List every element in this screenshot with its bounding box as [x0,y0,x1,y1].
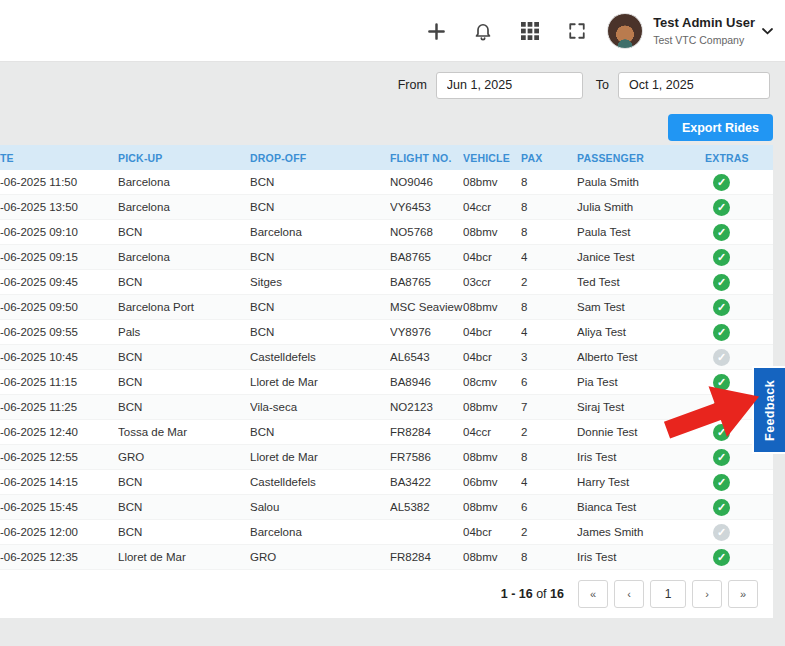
cell-passenger: Janice Test [577,251,705,263]
table-row[interactable]: -06-2025 14:15 BCN Castelldefels BA3422 … [0,470,773,495]
table-row[interactable]: -06-2025 12:55 GRO Lloret de Mar FR7586 … [0,445,773,470]
user-block[interactable]: Test Admin User Test VTC Company [653,15,755,46]
extras-check-icon: ✓ [713,449,730,466]
user-company: Test VTC Company [653,34,755,47]
table-row[interactable]: -06-2025 15:45 BCN Salou AL5382 08bmv 6 … [0,495,773,520]
cell-flight: NO5768 [390,226,463,238]
cell-vehicle: 04bcr [463,526,521,538]
grid-icon[interactable] [520,21,540,41]
cell-vehicle: 04bcr [463,326,521,338]
cell-pickup: Pals [118,326,250,338]
table-row[interactable]: -06-2025 12:40 Tossa de Mar BCN FR8284 0… [0,420,773,445]
column-header-date[interactable]: TE [0,152,118,164]
cell-extras: ✓ [705,524,773,541]
table-row[interactable]: -06-2025 11:25 BCN Vila-seca NO2123 08bm… [0,395,773,420]
extras-check-icon: ✓ [713,299,730,316]
cell-vehicle: 08bmv [463,226,521,238]
table-row[interactable]: -06-2025 13:50 Barcelona BCN VY6453 04cc… [0,195,773,220]
cell-passenger: Julia Smith [577,201,705,213]
table-row[interactable]: -06-2025 09:50 Barcelona Port BCN MSC Se… [0,295,773,320]
cell-dropoff: BCN [250,301,390,313]
cell-pickup: Tossa de Mar [118,426,250,438]
table-row[interactable]: -06-2025 09:45 BCN Sitges BA8765 03ccr 2… [0,270,773,295]
cell-flight: BA3422 [390,476,463,488]
expand-icon[interactable] [567,21,587,41]
cell-pax: 8 [521,301,577,313]
pagination-buttons: « ‹ 1 › » [578,580,764,608]
cell-dropoff: Barcelona [250,526,390,538]
extras-check-icon: ✓ [713,424,730,441]
cell-extras: ✓ [705,349,773,366]
cell-passenger: Iris Test [577,551,705,563]
from-date-input[interactable] [436,72,583,99]
cell-extras: ✓ [705,199,773,216]
table-row[interactable]: -06-2025 11:15 BCN Lloret de Mar BA8946 … [0,370,773,395]
cell-dropoff: BCN [250,426,390,438]
bell-icon[interactable] [473,21,493,41]
cell-passenger: Alberto Test [577,351,705,363]
cell-dropoff: Salou [250,501,390,513]
cell-flight: FR7586 [390,451,463,463]
next-page-button[interactable]: › [692,580,722,608]
plus-icon[interactable] [426,21,446,41]
cell-vehicle: 04ccr [463,426,521,438]
cell-vehicle: 04ccr [463,201,521,213]
cell-dropoff: Lloret de Mar [250,451,390,463]
cell-dropoff: BCN [250,176,390,188]
table-row[interactable]: -06-2025 09:15 Barcelona BCN BA8765 04bc… [0,245,773,270]
table-row[interactable]: -06-2025 12:00 BCN Barcelona 04bcr 2 Jam… [0,520,773,545]
feedback-tab[interactable]: Feedback [752,366,785,454]
avatar[interactable] [607,13,643,49]
column-header-flight[interactable]: FLIGHT NO. [390,152,463,164]
cell-pickup: Barcelona [118,201,250,213]
cell-date: -06-2025 15:45 [0,501,118,513]
cell-pax: 2 [521,526,577,538]
table-row[interactable]: -06-2025 09:10 BCN Barcelona NO5768 08bm… [0,220,773,245]
top-bar: Test Admin User Test VTC Company [0,0,785,62]
cell-pickup: BCN [118,276,250,288]
column-header-dropoff[interactable]: DROP-OFF [250,152,390,164]
cell-flight: FR8284 [390,551,463,563]
table-row[interactable]: -06-2025 10:45 BCN Castelldefels AL6543 … [0,345,773,370]
cell-dropoff: Castelldefels [250,476,390,488]
cell-pax: 2 [521,276,577,288]
cell-pickup: Barcelona [118,251,250,263]
cell-vehicle: 08cmv [463,376,521,388]
cell-dropoff: Castelldefels [250,351,390,363]
first-page-button[interactable]: « [578,580,608,608]
column-header-pax[interactable]: PAX [521,152,577,164]
last-page-button[interactable]: » [728,580,758,608]
column-header-extras[interactable]: EXTRAS [705,152,773,164]
cell-date: -06-2025 13:50 [0,201,118,213]
cell-pickup: BCN [118,526,250,538]
cell-extras: ✓ [705,499,773,516]
cell-extras: ✓ [705,299,773,316]
column-header-passenger[interactable]: PASSENGER [577,152,705,164]
current-page-button[interactable]: 1 [650,580,686,608]
to-date-input[interactable] [618,72,770,99]
cell-vehicle: 08bmv [463,176,521,188]
table-row[interactable]: -06-2025 09:55 Pals BCN VY8976 04bcr 4 A… [0,320,773,345]
table-row[interactable]: -06-2025 11:50 Barcelona BCN NO9046 08bm… [0,170,773,195]
cell-pickup: BCN [118,226,250,238]
cell-date: -06-2025 12:40 [0,426,118,438]
cell-flight: BA8946 [390,376,463,388]
table-header-row: TE PICK-UP DROP-OFF FLIGHT NO. VEHICLE P… [0,145,773,170]
column-header-pickup[interactable]: PICK-UP [118,152,250,164]
chevron-down-icon[interactable] [762,28,773,35]
cell-pickup: BCN [118,376,250,388]
cell-passenger: Bianca Test [577,501,705,513]
export-rides-button[interactable]: Export Rides [668,114,773,141]
cell-vehicle: 08bmv [463,551,521,563]
cell-pax: 8 [521,226,577,238]
cell-date: -06-2025 09:50 [0,301,118,313]
column-header-vehicle[interactable]: VEHICLE [463,152,521,164]
prev-page-button[interactable]: ‹ [614,580,644,608]
cell-vehicle: 03ccr [463,276,521,288]
table-row[interactable]: -06-2025 12:35 Lloret de Mar GRO FR8284 … [0,545,773,570]
extras-check-icon: ✓ [713,399,730,416]
cell-flight: NO2123 [390,401,463,413]
cell-date: -06-2025 14:15 [0,476,118,488]
extras-check-icon: ✓ [713,324,730,341]
rides-table: TE PICK-UP DROP-OFF FLIGHT NO. VEHICLE P… [0,145,773,570]
